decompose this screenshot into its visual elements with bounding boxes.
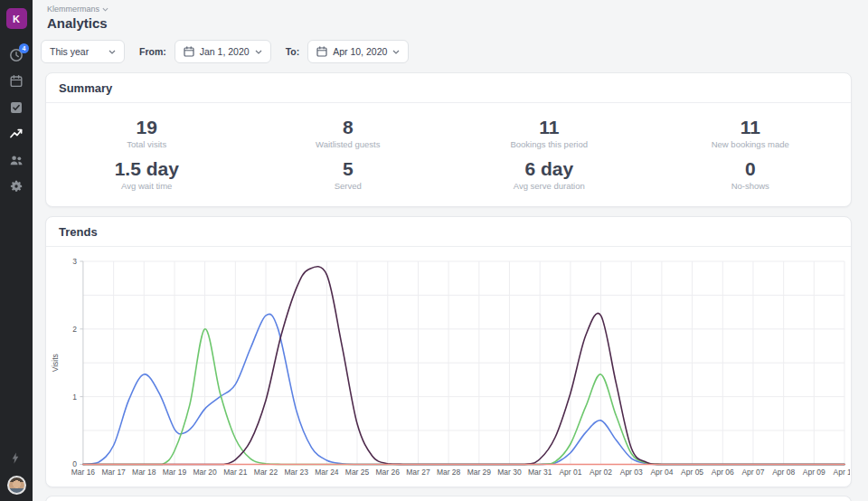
svg-text:Apr 10: Apr 10: [834, 468, 850, 477]
sidebar-item-waitlist[interactable]: 4: [9, 48, 24, 62]
stat-avg-wait-time: 1.5 day Avg wait time: [46, 158, 248, 191]
svg-text:2: 2: [72, 325, 77, 334]
bolt-icon: [9, 451, 22, 465]
svg-text:3: 3: [72, 257, 77, 266]
from-label: From:: [139, 46, 166, 57]
user-avatar[interactable]: [7, 476, 26, 495]
svg-text:Mar 27: Mar 27: [406, 468, 430, 477]
from-date-value: Jan 1, 2020: [200, 46, 250, 57]
svg-text:Mar 24: Mar 24: [315, 468, 339, 477]
stat-no-shows: 0 No-shows: [650, 158, 852, 191]
svg-text:Visits: Visits: [51, 354, 60, 372]
breadcrumb[interactable]: Klemmermans: [47, 5, 852, 14]
users-icon: [9, 153, 24, 167]
chevron-down-icon: [108, 50, 116, 54]
stat-label: Waitlisted guests: [248, 139, 449, 149]
stat-label: No-shows: [650, 181, 852, 191]
trend-icon: [9, 127, 24, 141]
notification-badge: 4: [19, 43, 29, 53]
svg-text:Apr 09: Apr 09: [803, 468, 826, 477]
stat-label: Avg serve duration: [448, 181, 650, 191]
stat-value: 1.5 day: [46, 158, 248, 180]
range-select-value: This year: [50, 46, 89, 57]
svg-text:Apr 03: Apr 03: [620, 468, 643, 477]
svg-text:Apr 02: Apr 02: [590, 468, 612, 477]
stat-value: 0: [650, 158, 852, 180]
stat-value: 19: [46, 117, 248, 138]
svg-text:Mar 29: Mar 29: [467, 468, 492, 477]
stat-value: 5: [248, 158, 449, 180]
sidebar-item-guests[interactable]: [9, 153, 24, 167]
range-select[interactable]: This year: [41, 40, 125, 63]
svg-text:Apr 06: Apr 06: [712, 468, 734, 477]
stat-bookings-this-period: 11 Bookings this period: [448, 117, 650, 149]
trends-line-chart: 0123Mar 16Mar 17Mar 18Mar 19Mar 20Mar 21…: [47, 248, 850, 486]
calendar-icon: [184, 46, 194, 57]
calendar-icon: [9, 74, 24, 89]
svg-text:Mar 19: Mar 19: [163, 468, 187, 477]
svg-text:Apr 04: Apr 04: [650, 468, 673, 477]
stat-label: Bookings this period: [448, 139, 650, 149]
from-date-picker[interactable]: Jan 1, 2020: [175, 40, 271, 63]
svg-text:Mar 20: Mar 20: [193, 468, 217, 477]
svg-text:1: 1: [72, 392, 77, 402]
sidebar-bottom: [7, 451, 26, 501]
stat-value: 11: [650, 117, 852, 138]
summary-card: Summary 19 Total visits 8 Waitlisted gue…: [45, 72, 852, 207]
stat-waitlisted-guests: 8 Waitlisted guests: [248, 117, 449, 149]
chevron-down-icon: [102, 7, 108, 12]
svg-text:Mar 16: Mar 16: [71, 468, 96, 477]
to-date-value: Apr 10, 2020: [333, 46, 387, 57]
svg-text:Apr 08: Apr 08: [772, 468, 795, 477]
stat-label: New bookings made: [650, 139, 852, 149]
svg-text:Mar 23: Mar 23: [284, 468, 308, 477]
svg-text:Apr 01: Apr 01: [559, 468, 581, 477]
stat-value: 6 day: [448, 158, 650, 180]
sidebar-item-integrations[interactable]: [9, 451, 24, 466]
trends-card-title: Trends: [46, 217, 851, 247]
svg-text:Apr 05: Apr 05: [681, 468, 703, 477]
check-square-icon: [9, 100, 24, 115]
sidebar-item-settings[interactable]: [9, 179, 24, 194]
svg-text:Mar 22: Mar 22: [254, 468, 278, 477]
svg-text:Mar 26: Mar 26: [376, 468, 401, 477]
app-logo[interactable]: K: [6, 8, 27, 29]
svg-text:Mar 28: Mar 28: [437, 468, 461, 477]
summary-stats-grid: 19 Total visits 8 Waitlisted guests 11 B…: [46, 103, 851, 206]
stat-total-visits: 19 Total visits: [46, 117, 248, 149]
to-label: To:: [286, 46, 300, 57]
stat-value: 11: [448, 117, 650, 138]
stat-label: Total visits: [46, 139, 248, 149]
trends-card: Trends 0123Mar 16Mar 17Mar 18Mar 19Mar 2…: [45, 216, 852, 487]
stat-value: 8: [248, 117, 449, 138]
sidebar-item-calendar[interactable]: [9, 74, 24, 89]
svg-text:Mar 25: Mar 25: [345, 468, 370, 477]
page-title: Analytics: [47, 15, 852, 31]
filter-bar: This year From: Jan 1, 2020 To:: [41, 40, 852, 63]
breadcrumb-label: Klemmermans: [47, 5, 99, 14]
stat-label: Avg wait time: [46, 181, 248, 191]
chevron-down-icon: [392, 50, 400, 54]
sidebar: K 4: [0, 0, 33, 501]
svg-text:Mar 18: Mar 18: [132, 468, 156, 477]
stat-avg-serve-duration: 6 day Avg serve duration: [448, 158, 650, 191]
to-date-picker[interactable]: Apr 10, 2020: [307, 40, 409, 63]
stat-served: 5 Served: [248, 158, 449, 191]
svg-text:Apr 07: Apr 07: [741, 468, 764, 477]
sidebar-item-analytics[interactable]: [9, 127, 24, 141]
gear-icon: [9, 179, 24, 194]
calendar-icon: [316, 46, 327, 57]
svg-text:Mar 30: Mar 30: [497, 468, 522, 477]
main-content: Klemmermans Analytics This year From: Ja…: [33, 0, 868, 501]
svg-text:Mar 21: Mar 21: [223, 468, 248, 477]
svg-text:Mar 31: Mar 31: [528, 468, 552, 477]
sidebar-nav: 4: [9, 48, 24, 194]
trends-chart-area: 0123Mar 16Mar 17Mar 18Mar 19Mar 20Mar 21…: [46, 247, 851, 486]
svg-text:Mar 17: Mar 17: [101, 468, 126, 477]
stat-label: Served: [248, 181, 449, 191]
chevron-down-icon: [255, 50, 262, 54]
next-card-edge: [45, 496, 852, 501]
sidebar-item-tasks[interactable]: [9, 100, 24, 115]
stat-new-bookings-made: 11 New bookings made: [650, 117, 852, 149]
summary-card-title: Summary: [46, 73, 851, 103]
